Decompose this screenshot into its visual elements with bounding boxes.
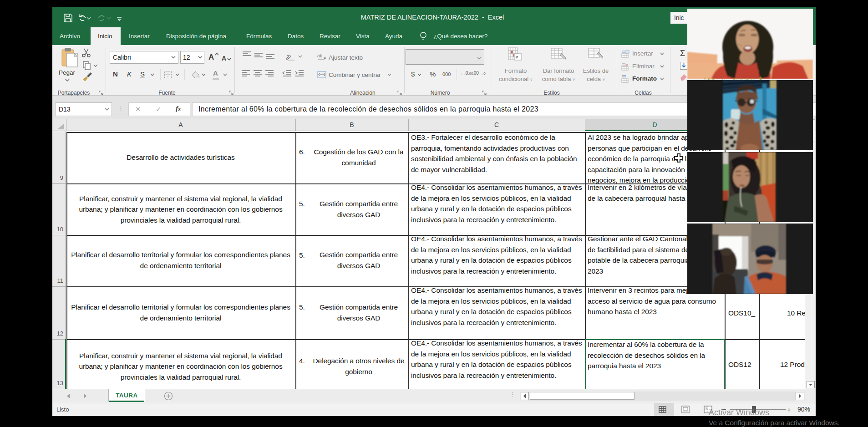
svg-text:ab: ab <box>286 52 292 61</box>
svg-text:≠: ≠ <box>516 55 518 60</box>
svg-text:ab: ab <box>317 53 323 58</box>
